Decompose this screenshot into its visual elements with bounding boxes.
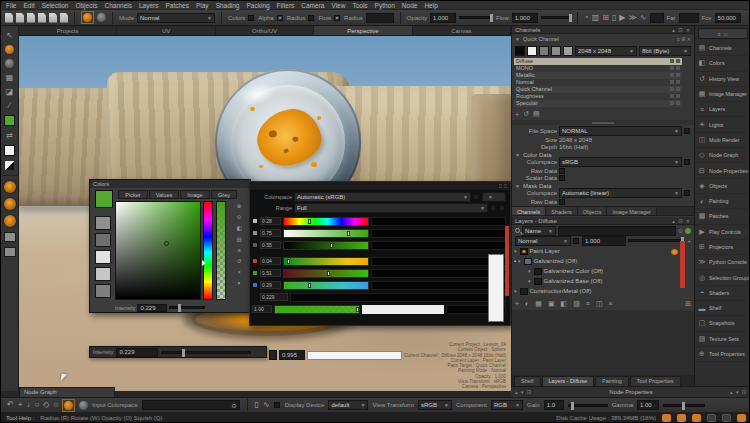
blur-tool-icon[interactable] [5,59,14,68]
branch-icon[interactable]: ≫ [628,14,636,22]
menu-view[interactable]: View [331,2,345,9]
layer-opacity-slider[interactable] [628,239,685,242]
panel-splitter[interactable] [512,120,694,125]
channel-row-selected[interactable]: Diffuse [514,58,682,65]
half-swatch-icon[interactable]: ◧ [230,223,248,234]
opacity-slider[interactable] [459,16,493,19]
eraser-tool-icon[interactable]: ◪ [6,87,14,96]
grid-tool-icon[interactable]: ▦ [6,73,14,82]
background-color-swatch[interactable] [4,145,15,156]
palette-item-multi-render[interactable]: ◫Multi Render [695,133,750,148]
tab-ortho-uv[interactable]: Ortho/UV [216,26,314,35]
drop-icon[interactable]: ↓ [26,401,30,409]
colorspace-dropdown[interactable]: sRGB▼ [559,157,682,167]
panel-window-controls[interactable]: ▴ ⊡ ✕ [672,217,691,224]
blend-mode-dropdown[interactable]: Normal▼ [515,236,571,246]
flow-field[interactable]: 1.000 [512,13,538,23]
menu-objects[interactable]: Objects [75,2,97,9]
brush-tip-3[interactable] [4,215,16,227]
radius2-checkbox[interactable] [334,15,340,21]
more-icon[interactable]: ▾ [230,278,248,289]
recent-swatch[interactable] [95,267,111,281]
quick-channel-row[interactable]: ▼ Quick Channel ≡ ⊞ ✕ [512,35,694,43]
duplicate-layer-icon[interactable]: ◫ [596,300,603,308]
colorspace-lock-checkbox[interactable] [473,194,479,200]
tab-shelf[interactable]: Shelf [514,376,541,386]
flow-slider[interactable] [541,16,571,19]
gain-slider[interactable] [568,404,608,407]
fov-field[interactable]: 50.000 [715,13,741,23]
palette-item-python-console[interactable]: ≫Python Console [695,255,750,270]
layers-scrollbar[interactable] [680,241,685,288]
open-project-icon[interactable] [16,13,24,23]
green-gradient-strip[interactable] [283,269,369,278]
menu-packing[interactable]: Packing [246,2,269,9]
panel-window-controls[interactable]: ▴ ▾ ⊡ [730,389,747,395]
add-swatch-icon[interactable]: ⊕ [230,201,248,212]
mask-colorspace-dropdown[interactable]: Automatic (linear)▼ [559,188,682,198]
radius-field[interactable] [366,13,394,23]
channel-size-dropdown[interactable]: 2048 x 2048▼ [575,46,637,56]
channel-row[interactable]: Specular [514,100,682,107]
swap-colors-icon[interactable]: ⇄ [6,131,13,140]
mask-colorspace-extra[interactable] [684,190,690,196]
layer-row[interactable]: ▾ Galvanized Base (Off) [514,277,686,286]
range-checkbox-1[interactable] [490,205,496,211]
blue-value-field[interactable]: 0.29 [260,281,281,289]
file-space-dropdown[interactable]: NORMAL▼ [559,126,682,136]
merge-layers-icon[interactable]: ≡ [586,300,590,307]
palette-item-lights[interactable]: ☀Lights [695,117,750,132]
palette-item-play-controls[interactable]: ▶Play Controls [695,225,750,240]
foreground-color-swatch[interactable] [4,115,15,126]
palette-item-projectors[interactable]: ⊞Projectors [695,240,750,255]
filter-type-dropdown[interactable]: Name▼ [522,226,556,236]
near-field[interactable] [650,13,664,23]
tab-uv[interactable]: UV [117,26,215,35]
symmetry-icon[interactable]: ⊞ [602,14,609,22]
gamma-field[interactable]: 1.00 [637,400,659,410]
blend-lock-checkbox[interactable] [573,238,579,244]
cache-status-icon-1[interactable] [662,414,671,422]
intensity-value-field[interactable]: 0.229 [260,293,288,301]
red-value-field[interactable]: 0.04 [260,257,281,265]
menu-file[interactable]: File [6,2,16,9]
node-circle2-icon[interactable]: ○ [53,401,58,409]
import-icon[interactable] [38,13,46,23]
layer-row[interactable]: •▾ Galvanized (Off) [514,257,686,266]
view-transform-dropdown[interactable]: sRGB▼ [418,400,452,410]
reset-icon[interactable]: ↺ [230,256,248,267]
pick-screen-icon[interactable]: ⊙ [230,212,248,223]
shelf-swatch-1[interactable] [4,232,16,242]
range-checkbox-2[interactable] [499,205,505,211]
recent-swatch[interactable] [95,250,111,264]
palette-item-objects[interactable]: ◈Objects [695,179,750,194]
flow-checkbox[interactable] [308,15,314,21]
panel-window-controls[interactable]: ▴ ⊡ ✕ [672,26,691,33]
recent-swatch[interactable] [95,233,111,247]
add-icon[interactable]: + [687,238,691,244]
play-icon[interactable]: ▶ [619,14,625,22]
palette-item-node-graph[interactable]: ◇Node Graph [695,148,750,163]
menu-layers[interactable]: Layers [139,2,159,9]
paint-tool-icon[interactable] [5,45,14,54]
colorspace-panel-title[interactable]: ⠿ ⠿ [250,182,510,190]
channel-row[interactable]: Roughness [514,93,682,100]
menu-tools[interactable]: Tools [352,2,367,9]
palette-item-history-view[interactable]: ↺History View [695,72,750,87]
snapshot-doc-icon[interactable]: ▯ [255,401,259,409]
sync-channel-icon[interactable]: ↺ [523,110,529,118]
palette-item-painting[interactable]: ◐Painting [695,194,750,209]
red-scrollbar[interactable] [505,226,509,296]
palette-item-colors[interactable]: ◧Colors [695,56,750,71]
intensity-slider[interactable] [169,306,205,309]
shelf-swatch-2[interactable] [4,247,16,257]
menu-node[interactable]: Node [402,2,418,9]
list-icon[interactable]: ≡ [230,245,248,256]
tab-layers-diffuse[interactable]: Layers - Diffuse [542,376,594,386]
add-adjustment-icon[interactable]: ◐ [525,300,529,307]
value-value-field[interactable]: 0.55 [260,241,281,249]
palette-item-snapshots[interactable]: ▢Snapshots [695,316,750,331]
grip-icon[interactable] [269,350,277,360]
save-project-icon[interactable] [27,13,35,23]
alpha-strip[interactable] [216,201,226,300]
